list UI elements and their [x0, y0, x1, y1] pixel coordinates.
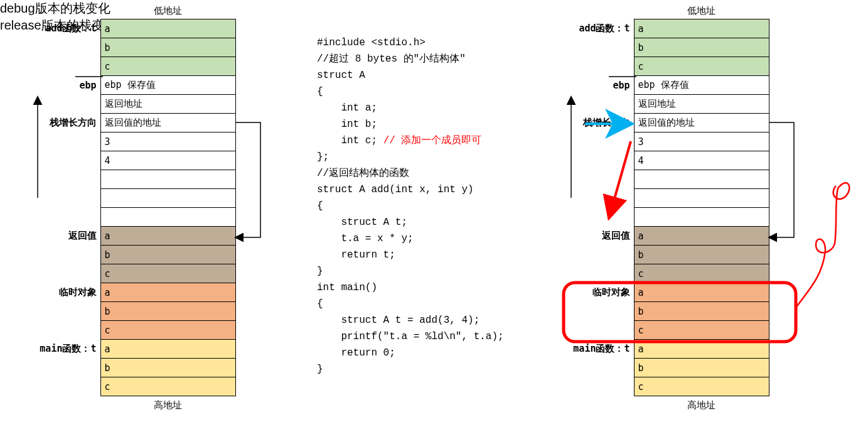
right-label-5: 栈增长方向 [559, 114, 634, 133]
right-label-14: 临时对象 [559, 283, 634, 302]
code-line-12: t.a = x * y; [317, 230, 504, 247]
code-line-1: //超过 8 bytes 的"小结构体" [317, 51, 504, 67]
left-label-0: add函数：t [25, 19, 100, 38]
code-line-6-comment: // 添加一个成员即可 [383, 135, 482, 146]
right-label-10 [559, 208, 634, 227]
code-line-6: int c; // 添加一个成员即可 [317, 133, 504, 149]
right-cell-8 [634, 170, 769, 189]
left-cell-3: ebp 保存值 [100, 76, 235, 95]
right-cell-12: b [634, 246, 769, 264]
right-cell-16: c [634, 321, 769, 340]
left-label-12 [25, 246, 100, 264]
left-label-11: 返回值 [25, 227, 100, 246]
left-cell-12: b [100, 246, 235, 264]
left-cell-17: a [100, 340, 235, 359]
code-line-4: int a; [317, 100, 504, 116]
code-line-17: struct A t = add(3, 4); [317, 312, 504, 328]
code-line-9: struct A add(int x, int y) [317, 181, 504, 198]
left-cell-11: a [100, 227, 235, 246]
right-cell-11: a [634, 227, 769, 246]
left-cell-19: c [100, 377, 235, 396]
code-line-10: { [317, 198, 504, 214]
left-cell-15: b [100, 302, 235, 321]
code-line-14: } [317, 263, 504, 279]
code-line-15: int main() [317, 279, 504, 296]
right-cell-6: 3 [634, 133, 769, 151]
right-cell-7: 4 [634, 151, 769, 170]
right-label-3: ebp [559, 76, 634, 95]
right-label-2 [559, 57, 634, 76]
code-line-11: struct A t; [317, 214, 504, 230]
right-cell-5: 返回值的地址 [634, 114, 769, 133]
code-line-0: #include <stdio.h> [317, 35, 504, 51]
right-label-8 [559, 170, 634, 189]
left-cell-6: 3 [100, 133, 235, 151]
right-return-pointer-icon [769, 122, 794, 237]
left-label-9 [25, 189, 100, 208]
left-label-19 [25, 377, 100, 396]
right-cell-14: a [634, 283, 769, 302]
right-label-0: add函数：t [559, 19, 634, 38]
left-label-8 [25, 170, 100, 189]
left-cell-8 [100, 170, 235, 189]
left-cell-13: c [100, 264, 235, 283]
left-stack-table: add函数：tabcebpebp 保存值返回地址栈增长方向返回值的地址34返回值… [25, 19, 236, 396]
left-label-7 [25, 151, 100, 170]
left-label-15 [25, 302, 100, 321]
left-label-3: ebp [25, 76, 100, 95]
right-cell-19: c [634, 377, 769, 396]
right-label-15 [559, 302, 634, 321]
right-label-6 [559, 133, 634, 151]
left-cell-16: c [100, 321, 235, 340]
left-cell-2: c [100, 57, 235, 76]
left-cell-9 [100, 189, 235, 208]
code-block: #include <stdio.h>//超过 8 bytes 的"小结构体"st… [317, 35, 504, 377]
diagram-container: 低地址 add函数：tabcebpebp 保存值返回地址栈增长方向返回值的地址3… [0, 0, 868, 444]
left-label-13 [25, 264, 100, 283]
left-cell-4: 返回地址 [100, 95, 235, 114]
left-cell-10 [100, 208, 235, 227]
left-cell-7: 4 [100, 151, 235, 170]
right-cell-4: 返回地址 [634, 95, 769, 114]
right-label-19 [559, 377, 634, 396]
code-line-2: struct A [317, 67, 504, 84]
left-cell-18: b [100, 359, 235, 377]
left-label-6 [25, 133, 100, 151]
left-cell-1: b [100, 38, 235, 57]
right-label-13 [559, 264, 634, 283]
right-label-7 [559, 151, 634, 170]
right-label-17: main函数：t [559, 340, 634, 359]
right-label-9 [559, 189, 634, 208]
right-label-4 [559, 95, 634, 114]
right-cell-9 [634, 189, 769, 208]
left-label-18 [25, 359, 100, 377]
left-label-17: main函数：t [25, 340, 100, 359]
code-line-13: return t; [317, 247, 504, 263]
code-line-19: return 0; [317, 345, 504, 361]
left-label-14: 临时对象 [25, 283, 100, 302]
right-label-16 [559, 321, 634, 340]
right-label-1 [559, 38, 634, 57]
red-scribble-icon [796, 183, 849, 308]
left-cell-5: 返回值的地址 [100, 114, 235, 133]
right-label-12 [559, 246, 634, 264]
left-label-4 [25, 95, 100, 114]
right-label-18 [559, 359, 634, 377]
left-high-addr: 高地址 [100, 399, 235, 411]
right-cell-17: a [634, 340, 769, 359]
right-cell-0: a [634, 19, 769, 38]
left-label-16 [25, 321, 100, 340]
right-cell-18: b [634, 359, 769, 377]
code-line-5: int b; [317, 116, 504, 133]
left-label-1 [25, 38, 100, 57]
right-label-11: 返回值 [559, 227, 634, 246]
code-line-18: printf("t.a = %ld\n", t.a); [317, 328, 504, 345]
right-cell-2: c [634, 57, 769, 76]
right-cell-10 [634, 208, 769, 227]
right-low-addr: 低地址 [634, 5, 769, 17]
code-line-20: } [317, 361, 504, 377]
left-return-pointer-icon [236, 122, 260, 237]
left-label-2 [25, 57, 100, 76]
left-low-addr: 低地址 [100, 5, 235, 17]
code-line-3: { [317, 84, 504, 100]
